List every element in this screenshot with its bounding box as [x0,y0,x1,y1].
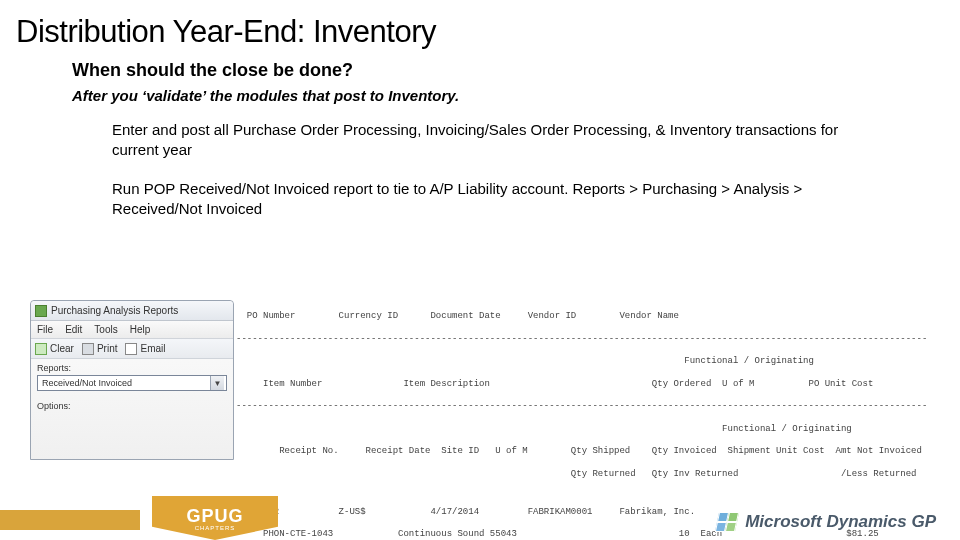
embedded-screenshot: Purchasing Analysis Reports File Edit To… [30,300,935,470]
section-subheading: After you ‘validate’ the modules that po… [0,85,960,116]
reports-dropdown[interactable]: Received/Not Invoiced ▼ [37,375,227,391]
report-header-4: Functional / Originating [236,424,936,435]
clear-icon [35,343,47,355]
print-button[interactable]: Print [82,343,118,355]
reports-value: Received/Not Invoiced [42,378,132,388]
bullet-2: Run POP Received/Not Invoiced report to … [0,175,960,234]
menu-help[interactable]: Help [130,324,151,335]
reports-window: Purchasing Analysis Reports File Edit To… [30,300,234,460]
report-header-3: Item Number Item Description Qty Ordered… [236,379,936,390]
window-titlebar: Purchasing Analysis Reports [31,301,233,321]
email-button[interactable]: Email [125,343,165,355]
accent-bar [0,510,140,530]
email-label: Email [140,343,165,354]
clear-label: Clear [50,343,74,354]
windows-flag-icon [715,512,739,532]
options-label: Options: [37,401,77,411]
bullet-1: Enter and post all Purchase Order Proces… [0,116,960,175]
gpug-text: GPUG [186,506,243,527]
report-header-5: Receipt No. Receipt Date Site ID U of M … [236,446,936,457]
toolbar: Clear Print Email [31,339,233,359]
slide-title: Distribution Year-End: Inventory [0,0,960,56]
gpug-logo: GPUG CHAPTERS [152,496,278,540]
window-title: Purchasing Analysis Reports [51,305,178,316]
ms-dynamics-text: Microsoft Dynamics GP [745,512,936,532]
menu-file[interactable]: File [37,324,53,335]
chevron-down-icon: ▼ [210,376,224,390]
gpug-subtext: CHAPTERS [195,525,236,531]
section-heading: When should the close be done? [0,56,960,85]
slide-footer: GPUG CHAPTERS Microsoft Dynamics GP [0,484,960,540]
clear-button[interactable]: Clear [35,343,74,355]
app-icon [35,305,47,317]
menu-tools[interactable]: Tools [94,324,117,335]
microsoft-dynamics-logo: Microsoft Dynamics GP [717,512,936,532]
printer-icon [82,343,94,355]
report-header-2: Functional / Originating [236,356,936,367]
print-label: Print [97,343,118,354]
menubar: File Edit Tools Help [31,321,233,339]
report-divider: ----------------------------------------… [236,401,936,412]
email-icon [125,343,137,355]
menu-edit[interactable]: Edit [65,324,82,335]
report-divider: ----------------------------------------… [236,334,936,345]
report-header-1: PO Number Currency ID Document Date Vend… [236,311,936,322]
report-header-6: Qty Returned Qty Inv Returned /Less Retu… [236,469,936,480]
reports-label: Reports: [37,363,77,373]
